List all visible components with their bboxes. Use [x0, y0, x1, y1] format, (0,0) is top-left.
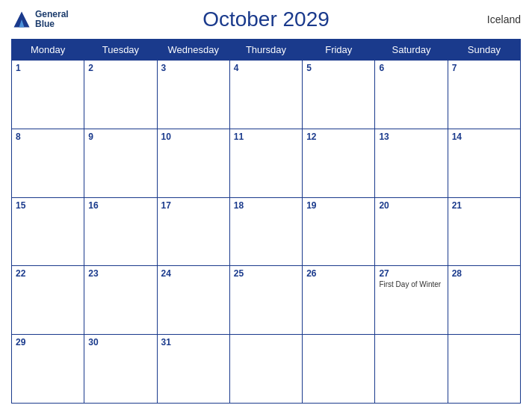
calendar-header: General Blue October 2029 Iceland [11, 7, 521, 31]
date-number: 19 [306, 200, 371, 211]
date-number: 5 [306, 63, 371, 73]
calendar-cell: 9 [84, 129, 157, 197]
calendar-cell: 27First Day of Winter [375, 266, 448, 335]
col-saturday: Saturday [375, 40, 448, 61]
calendar-cell: 10 [157, 129, 229, 197]
calendar-cell: 14 [448, 129, 520, 197]
calendar-cell: 3 [157, 61, 229, 129]
calendar-cell: 24 [157, 266, 229, 335]
date-number: 15 [16, 200, 80, 211]
calendar-cell: 31 [157, 335, 229, 404]
calendar-cell: 20 [375, 197, 448, 266]
country-label: Iceland [487, 13, 521, 25]
weekday-header-row: Monday Tuesday Wednesday Thursday Friday… [12, 40, 521, 61]
date-number: 28 [452, 268, 516, 279]
date-number: 10 [161, 132, 226, 142]
date-number: 14 [452, 132, 516, 142]
calendar-cell [375, 335, 448, 404]
date-number: 9 [88, 132, 152, 142]
col-thursday: Thursday [229, 40, 302, 61]
calendar-cell: 5 [303, 61, 375, 129]
calendar-cell: 13 [375, 129, 448, 197]
calendar-week-row: 293031 [12, 335, 521, 404]
date-number: 23 [88, 268, 152, 279]
calendar-table: Monday Tuesday Wednesday Thursday Friday… [11, 39, 521, 404]
date-number: 4 [234, 63, 298, 73]
logo-line2: Blue [35, 19, 69, 29]
col-wednesday: Wednesday [157, 40, 229, 61]
calendar-cell: 2 [84, 61, 157, 129]
col-tuesday: Tuesday [84, 40, 157, 61]
date-number: 3 [161, 63, 226, 73]
calendar-cell: 6 [375, 61, 448, 129]
calendar-cell: 16 [84, 197, 157, 266]
calendar-cell: 17 [157, 197, 229, 266]
calendar-cell: 4 [229, 61, 302, 129]
calendar-cell: 19 [303, 197, 375, 266]
calendar-cell [229, 335, 302, 404]
calendar-cell: 18 [229, 197, 302, 266]
calendar-cell [448, 335, 520, 404]
col-sunday: Sunday [448, 40, 520, 61]
col-monday: Monday [12, 40, 84, 61]
calendar-week-row: 1234567 [12, 61, 521, 129]
calendar-cell: 26 [303, 266, 375, 335]
calendar-cell: 15 [12, 197, 84, 266]
date-number: 25 [234, 268, 298, 279]
date-number: 21 [452, 200, 516, 211]
logo-icon [11, 9, 32, 30]
month-title: October 2029 [202, 7, 330, 31]
date-number: 6 [379, 63, 443, 73]
date-number: 26 [306, 268, 371, 279]
date-number: 29 [16, 337, 80, 347]
date-number: 17 [161, 200, 226, 211]
calendar-cell: 22 [12, 266, 84, 335]
date-number: 11 [234, 132, 298, 142]
event-label: First Day of Winter [379, 280, 443, 288]
date-number: 16 [88, 200, 152, 211]
calendar-cell: 7 [448, 61, 520, 129]
calendar-cell: 25 [229, 266, 302, 335]
date-number: 13 [379, 132, 443, 142]
date-number: 20 [379, 200, 443, 211]
calendar-cell: 12 [303, 129, 375, 197]
calendar-cell: 23 [84, 266, 157, 335]
date-number: 12 [306, 132, 371, 142]
calendar-cell: 30 [84, 335, 157, 404]
logo: General Blue [11, 9, 69, 30]
calendar-cell: 11 [229, 129, 302, 197]
date-number: 24 [161, 268, 226, 279]
calendar-cell: 8 [12, 129, 84, 197]
calendar-cell: 29 [12, 335, 84, 404]
date-number: 22 [16, 268, 80, 279]
date-number: 7 [452, 63, 516, 73]
calendar-cell: 1 [12, 61, 84, 129]
date-number: 1 [16, 63, 80, 73]
calendar-week-row: 222324252627First Day of Winter28 [12, 266, 521, 335]
calendar-cell: 28 [448, 266, 520, 335]
calendar-cell: 21 [448, 197, 520, 266]
calendar-week-row: 891011121314 [12, 129, 521, 197]
calendar-cell [303, 335, 375, 404]
col-friday: Friday [303, 40, 375, 61]
date-number: 30 [88, 337, 152, 347]
date-number: 8 [16, 132, 80, 142]
date-number: 27 [379, 268, 443, 279]
date-number: 2 [88, 63, 152, 73]
date-number: 31 [161, 337, 226, 347]
date-number: 18 [234, 200, 298, 211]
calendar-week-row: 15161718192021 [12, 197, 521, 266]
